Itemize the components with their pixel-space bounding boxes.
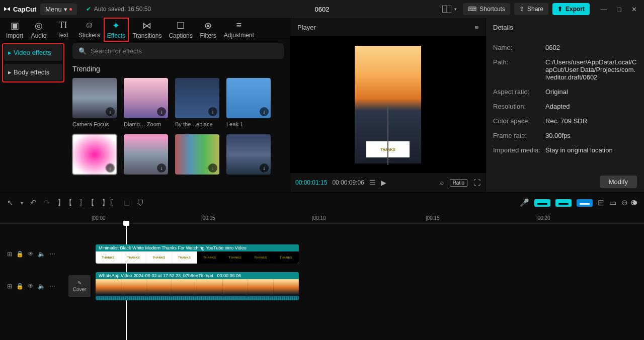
shield-tool[interactable]: ⛉ bbox=[137, 199, 144, 207]
effect-card[interactable]: ↓ By the…eplace bbox=[175, 78, 219, 127]
track-more-icon[interactable]: ⋯ bbox=[49, 250, 55, 258]
window-maximize[interactable]: ◻ bbox=[612, 2, 626, 16]
window-minimize[interactable]: — bbox=[597, 2, 611, 16]
track-mute-icon[interactable]: 🔈 bbox=[38, 250, 45, 258]
download-icon[interactable]: ↓ bbox=[157, 107, 166, 116]
export-button[interactable]: ⬆ Export bbox=[552, 3, 590, 15]
share-button[interactable]: ⇪ Share bbox=[514, 3, 548, 15]
effect-name: Leak 1 bbox=[226, 121, 271, 127]
split-left-tool[interactable]: 〗【 bbox=[79, 198, 95, 208]
tab-effects[interactable]: ✦ Effects bbox=[104, 18, 128, 41]
tab-effects-label: Effects bbox=[107, 32, 125, 39]
mic-icon[interactable]: 🎤 bbox=[520, 198, 529, 207]
window-close[interactable]: ✕ bbox=[627, 2, 641, 16]
download-icon[interactable]: ↓ bbox=[260, 163, 269, 173]
timeline-ruler[interactable]: |00:00 |00:05 |00:10 |00:15 |00:20 ⊕ bbox=[0, 213, 644, 224]
track-more-icon[interactable]: ⋯ bbox=[49, 283, 55, 290]
timeline-clip-overlay[interactable]: Minimalist Black White Modern Thanks For… bbox=[96, 244, 299, 264]
split-right-tool[interactable]: 】〖 bbox=[102, 198, 117, 208]
download-icon[interactable]: ↓ bbox=[157, 163, 166, 173]
download-icon[interactable]: ↓ bbox=[208, 163, 217, 173]
tab-transitions-label: Transitions bbox=[132, 32, 162, 39]
menu-button[interactable]: Menu ▾ bbox=[40, 4, 77, 15]
effect-card[interactable]: ↓ bbox=[175, 134, 219, 175]
align-icon[interactable]: ⊟ bbox=[598, 198, 604, 207]
effect-thumb: ↓ bbox=[175, 78, 219, 118]
effects-search[interactable]: 🔍 bbox=[72, 43, 284, 59]
effect-card[interactable]: ↓ Leak 1 bbox=[226, 78, 271, 127]
details-header: Details bbox=[486, 18, 644, 36]
tab-captions[interactable]: ☐ Captions bbox=[166, 18, 195, 41]
effect-name: Diamo… Zoom bbox=[124, 121, 168, 127]
tab-filters-label: Filters bbox=[200, 32, 216, 39]
tab-adjustment-label: Adjustment bbox=[224, 32, 254, 39]
download-icon[interactable]: ↓ bbox=[208, 107, 217, 116]
chevron-down-icon[interactable]: ▾ bbox=[21, 200, 23, 206]
cover-button[interactable]: ✎ Cover bbox=[68, 275, 91, 297]
effects-search-input[interactable] bbox=[91, 47, 278, 55]
crop-icon[interactable]: ⟐ bbox=[440, 179, 444, 187]
pointer-tool[interactable]: ↖ bbox=[7, 198, 14, 207]
tab-text[interactable]: TI Text bbox=[51, 18, 74, 41]
tab-transitions[interactable]: ⋈ Transitions bbox=[129, 18, 165, 41]
tab-import[interactable]: ▣ Import bbox=[3, 18, 26, 41]
tab-filters[interactable]: ⊗ Filters bbox=[197, 18, 220, 41]
timeline-clip-main[interactable]: WhatsApp Video 2024-06-02 at 17.52.23_b7… bbox=[96, 272, 299, 300]
effect-card[interactable]: ↓ bbox=[124, 134, 168, 175]
track-lock-icon[interactable]: 🔒 bbox=[16, 283, 24, 290]
zoom-out-icon[interactable]: ⊖ bbox=[621, 198, 628, 207]
download-icon[interactable]: ↓ bbox=[260, 107, 269, 116]
timeline-toolbar: ↖ ▾ ↶ ↷ 】【 〗【 】〖 ◻ ⛉ 🎤 ▬▬ ▬▬ ▬▬ ⊟ ▭ ⊖ bbox=[0, 193, 644, 213]
list-icon[interactable]: ☰ bbox=[369, 179, 376, 187]
shortcuts-button[interactable]: ⌨ Shortcuts bbox=[463, 3, 510, 15]
details-value-aspect: Original bbox=[545, 88, 637, 96]
tab-audio[interactable]: ◎ Audio bbox=[27, 18, 50, 41]
track-add-icon[interactable]: ⊞ bbox=[7, 283, 12, 290]
effect-card[interactable]: ↓ Diamo… Zoom bbox=[124, 78, 168, 127]
zoom-in-icon[interactable]: ⊕ bbox=[630, 198, 637, 207]
details-label-name: Name: bbox=[493, 44, 545, 51]
track-visible-icon[interactable]: 👁 bbox=[28, 283, 34, 290]
clip-audio-wave bbox=[96, 296, 299, 300]
track-controls: ⊞ 🔒 👁 🔈 ⋯ bbox=[7, 250, 63, 258]
fullscreen-icon[interactable]: ⛶ bbox=[473, 179, 480, 187]
track-lock-icon[interactable]: 🔒 bbox=[16, 250, 24, 258]
freeze-tool[interactable]: ◻ bbox=[124, 198, 130, 207]
modify-button[interactable]: Modify bbox=[600, 176, 637, 188]
details-label-aspect: Aspect ratio: bbox=[493, 88, 545, 96]
auto-snap-toggle[interactable]: ▬▬ bbox=[555, 199, 572, 207]
preview-icon[interactable]: ▭ bbox=[609, 198, 616, 207]
download-icon[interactable]: ↓ bbox=[106, 107, 115, 116]
redo-button[interactable]: ↷ bbox=[44, 198, 50, 207]
magnet-track-toggle[interactable]: ▬▬ bbox=[534, 199, 550, 207]
track-visible-icon[interactable]: 👁 bbox=[28, 250, 34, 258]
effects-sidebar-highlight: ▸ Video effects ▸ Body effects bbox=[3, 44, 63, 81]
tab-stickers-label: Stickers bbox=[78, 32, 100, 39]
player-viewport[interactable]: THANKS bbox=[290, 36, 486, 173]
tab-stickers[interactable]: ☺ Stickers bbox=[75, 18, 103, 41]
filters-icon: ⊗ bbox=[204, 20, 212, 31]
capcut-logo-icon bbox=[3, 5, 11, 13]
effect-card[interactable]: ↓ bbox=[72, 134, 117, 175]
tab-audio-label: Audio bbox=[31, 32, 47, 39]
track-add-icon[interactable]: ⊞ bbox=[7, 250, 12, 258]
layout-button[interactable]: ▾ bbox=[440, 4, 459, 15]
hamburger-icon[interactable]: ≡ bbox=[474, 24, 478, 31]
chevron-right-icon: ▸ bbox=[8, 49, 12, 56]
split-tool[interactable]: 】【 bbox=[57, 198, 72, 208]
tab-adjustment[interactable]: ≡ Adjustment bbox=[221, 18, 257, 41]
effect-card[interactable]: ↓ bbox=[226, 134, 271, 175]
sidebar-item-video-effects[interactable]: ▸ Video effects bbox=[4, 44, 62, 61]
download-icon[interactable]: ↓ bbox=[106, 163, 115, 173]
timeline-tracks[interactable]: ⊞ 🔒 👁 🔈 ⋯ Minimalist Black White Modern … bbox=[0, 224, 644, 319]
link-toggle[interactable]: ▬▬ bbox=[577, 199, 593, 207]
play-button[interactable]: ▶ bbox=[381, 179, 386, 187]
track-mute-icon[interactable]: 🔈 bbox=[38, 283, 45, 290]
track-controls: ⊞ 🔒 👁 🔈 ⋯ bbox=[7, 283, 63, 290]
effect-card[interactable]: ↓ Camera Focus bbox=[72, 78, 117, 127]
ratio-button[interactable]: Ratio bbox=[450, 179, 467, 187]
search-icon: 🔍 bbox=[78, 47, 87, 55]
player-panel: Player ≡ THANKS 00:00:01:15 00:00:09:06 … bbox=[290, 18, 486, 192]
undo-button[interactable]: ↶ bbox=[30, 198, 37, 207]
sidebar-item-body-effects[interactable]: ▸ Body effects bbox=[4, 64, 62, 80]
